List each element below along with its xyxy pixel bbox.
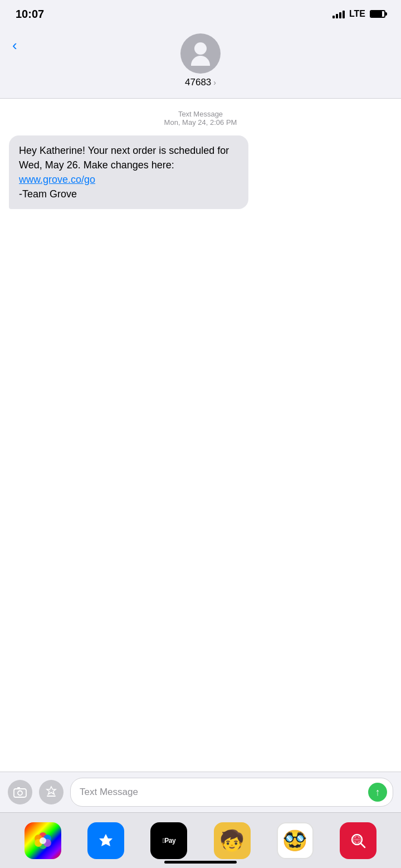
photos-icon-svg xyxy=(32,830,54,852)
battery-fill xyxy=(371,11,382,17)
avatar-body xyxy=(191,56,210,66)
sms-text-part2: -Team Grove xyxy=(19,188,77,200)
svg-line-12 xyxy=(361,843,365,847)
dock-item-memoji2[interactable]: 🥸 xyxy=(277,822,314,859)
bubble-row: Hey Katherine! Your next order is schedu… xyxy=(9,135,392,209)
dock-item-search[interactable] xyxy=(340,822,376,859)
dock-item-photos[interactable] xyxy=(25,822,61,859)
lte-label: LTE xyxy=(349,9,365,19)
search-icon xyxy=(340,822,376,859)
appstore-button[interactable] xyxy=(39,780,63,804)
bar4 xyxy=(343,11,345,18)
svg-point-1 xyxy=(18,791,22,796)
avatar-person-icon xyxy=(189,42,212,65)
svg-rect-0 xyxy=(14,789,26,797)
sms-link[interactable]: www.grove.co/go xyxy=(19,174,95,185)
memoji2-emoji: 🥸 xyxy=(282,829,307,852)
message-area: Text Message Mon, May 24, 2:06 PM Hey Ka… xyxy=(0,99,401,600)
bar1 xyxy=(332,16,335,18)
dock-item-memoji1[interactable]: 🧒 xyxy=(214,822,251,859)
status-icons: LTE xyxy=(332,9,385,19)
message-date-label: Mon, May 24, 2:06 PM xyxy=(9,118,392,127)
photos-icon xyxy=(25,822,61,859)
input-toolbar: Text Message ↑ xyxy=(0,772,401,812)
appstore-dock-icon xyxy=(87,822,124,859)
camera-button[interactable] xyxy=(8,780,32,804)
applepay-label: Pay xyxy=(162,837,175,845)
battery-icon xyxy=(370,10,385,18)
text-input-row[interactable]: Text Message ↑ xyxy=(70,778,393,807)
memoji1-icon: 🧒 xyxy=(214,822,251,859)
applepay-icon: Pay xyxy=(150,822,187,859)
contact-number[interactable]: 47683 › xyxy=(185,77,216,88)
memoji2-icon: 🥸 xyxy=(277,822,314,859)
dock-item-applepay[interactable]: Pay xyxy=(150,822,187,859)
sms-bubble: Hey Katherine! Your next order is schedu… xyxy=(9,135,248,209)
bar3 xyxy=(339,12,341,18)
send-arrow-icon: ↑ xyxy=(375,787,380,797)
svg-rect-2 xyxy=(17,787,20,789)
contact-avatar[interactable] xyxy=(180,33,221,74)
status-time: 10:07 xyxy=(16,8,44,21)
contact-number-text: 47683 xyxy=(185,77,211,88)
memoji1-emoji: 🧒 xyxy=(219,829,244,852)
back-button[interactable]: ‹ xyxy=(12,37,17,54)
status-bar: 10:07 LTE xyxy=(0,0,401,28)
home-indicator xyxy=(164,861,237,864)
text-message-input[interactable]: Text Message xyxy=(80,787,364,798)
camera-icon xyxy=(13,787,27,798)
avatar-head xyxy=(194,42,207,55)
appstore-icon xyxy=(45,785,58,799)
chevron-right-icon: › xyxy=(213,78,216,87)
bar2 xyxy=(336,14,338,18)
message-type-label: Text Message xyxy=(9,110,392,118)
signal-bars-icon xyxy=(332,9,345,18)
svg-point-10 xyxy=(40,837,46,844)
nav-header: ‹ 47683 › xyxy=(0,28,401,99)
dock: Pay 🧒 🥸 xyxy=(0,812,401,868)
message-meta: Text Message Mon, May 24, 2:06 PM xyxy=(9,110,392,127)
dock-item-appstore[interactable] xyxy=(87,822,124,859)
search-dock-svg xyxy=(348,830,369,851)
appstore-dock-svg xyxy=(95,830,117,852)
sms-text-part1: Hey Katherine! Your next order is schedu… xyxy=(19,145,229,171)
send-button[interactable]: ↑ xyxy=(368,783,387,802)
